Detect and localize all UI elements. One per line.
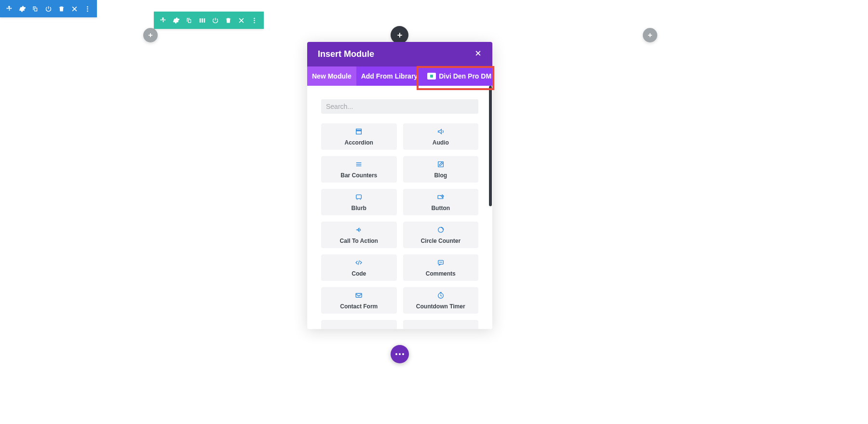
modal-title: Insert Module: [318, 49, 374, 59]
section-toolbar: [0, 0, 97, 17]
tab-divi-den-label: Divi Den Pro DM: [439, 72, 491, 80]
row-toolbar: [154, 12, 264, 29]
module-label: Bar Counters: [340, 172, 377, 179]
gear-icon[interactable]: [170, 12, 183, 29]
svg-point-7: [254, 20, 255, 21]
module-label: Comments: [426, 270, 456, 277]
close-icon[interactable]: [235, 12, 248, 29]
tab-divi-den-pro[interactable]: Divi Den Pro DM: [422, 66, 492, 86]
power-icon[interactable]: [209, 12, 222, 29]
svg-rect-4: [202, 18, 203, 23]
svg-point-20: [440, 262, 441, 263]
circle-icon: [437, 226, 445, 236]
add-module-button-center[interactable]: [391, 26, 408, 44]
button-icon: [437, 193, 445, 203]
audio-icon: [437, 128, 445, 137]
plus-icon: [355, 328, 363, 330]
comments-icon: [437, 259, 445, 268]
svg-point-8: [254, 22, 255, 23]
svg-rect-5: [204, 18, 205, 23]
move-icon[interactable]: [3, 0, 16, 17]
add-module-button-right[interactable]: [643, 28, 657, 42]
tab-add-from-library[interactable]: Add From Library: [356, 66, 422, 86]
accordion-icon: [355, 128, 363, 137]
module-item-contact-form[interactable]: Contact Form: [321, 287, 397, 314]
module-item-countdown-timer[interactable]: Countdown Timer: [403, 287, 479, 314]
module-item-circle-counter[interactable]: Circle Counter: [403, 222, 479, 248]
more-icon[interactable]: [81, 0, 94, 17]
module-item-blog[interactable]: Blog: [403, 156, 479, 183]
insert-module-modal: Insert Module New Module Add From Librar…: [307, 42, 492, 329]
module-label: Audio: [433, 139, 449, 146]
svg-point-0: [87, 6, 88, 7]
svg-rect-14: [438, 161, 443, 167]
module-grid: AccordionAudioBar CountersBlogBlurbButto…: [321, 123, 478, 329]
contact-icon: [355, 292, 363, 301]
svg-rect-10: [356, 131, 362, 134]
svg-rect-3: [200, 18, 201, 23]
module-label: Accordion: [345, 139, 373, 146]
module-label: Blurb: [352, 205, 366, 212]
module-label: Countdown Timer: [416, 303, 465, 310]
search-input[interactable]: [321, 99, 478, 114]
svg-rect-15: [356, 195, 362, 199]
scrollbar[interactable]: [489, 86, 492, 206]
module-item-comments[interactable]: Comments: [403, 254, 479, 281]
module-label: Call To Action: [340, 238, 378, 244]
trash-icon[interactable]: [55, 0, 68, 17]
mail-icon: [437, 328, 445, 330]
bars-icon: [355, 160, 363, 170]
module-label: Code: [352, 270, 366, 277]
more-icon[interactable]: [248, 12, 261, 29]
module-item-blurb[interactable]: Blurb: [321, 189, 397, 215]
module-label: Button: [431, 205, 450, 212]
code-icon: [355, 259, 363, 268]
tab-new-module[interactable]: New Module: [307, 66, 356, 86]
module-item-code[interactable]: Code: [321, 254, 397, 281]
svg-point-6: [254, 17, 255, 19]
move-icon[interactable]: [157, 12, 170, 29]
blog-icon: [437, 160, 445, 170]
svg-rect-22: [356, 293, 362, 297]
power-icon[interactable]: [42, 0, 55, 17]
columns-icon[interactable]: [196, 12, 209, 29]
svg-point-19: [439, 262, 440, 263]
svg-point-21: [441, 262, 442, 263]
module-item-mail[interactable]: [403, 320, 479, 329]
module-item-audio[interactable]: Audio: [403, 123, 479, 150]
floating-menu-button[interactable]: [391, 345, 409, 363]
copy-icon[interactable]: [183, 12, 196, 29]
cta-icon: [355, 226, 363, 236]
module-item-accordion[interactable]: Accordion: [321, 123, 397, 150]
modal-tabs: New Module Add From Library Divi Den Pro…: [307, 66, 492, 86]
module-item-button[interactable]: Button: [403, 189, 479, 215]
copy-icon[interactable]: [29, 0, 42, 17]
module-label: Circle Counter: [420, 238, 461, 244]
trash-icon[interactable]: [222, 12, 235, 29]
module-item-plus[interactable]: [321, 320, 397, 329]
modal-header: Insert Module: [307, 42, 492, 66]
close-icon[interactable]: [68, 0, 81, 17]
blurb-icon: [355, 193, 363, 203]
gear-icon[interactable]: [16, 0, 29, 17]
svg-point-1: [87, 8, 88, 10]
close-icon[interactable]: [475, 50, 482, 59]
module-item-bar-counters[interactable]: Bar Counters: [321, 156, 397, 183]
svg-rect-9: [356, 129, 362, 130]
dots-icon: [395, 353, 404, 355]
divi-den-icon: [427, 73, 436, 80]
svg-point-2: [87, 10, 88, 12]
add-module-button-left[interactable]: [143, 28, 158, 42]
module-label: Contact Form: [340, 303, 378, 310]
modal-body: AccordionAudioBar CountersBlogBlurbButto…: [307, 86, 492, 329]
module-item-call-to-action[interactable]: Call To Action: [321, 222, 397, 248]
countdown-icon: [437, 292, 445, 301]
module-label: Blog: [434, 172, 447, 179]
